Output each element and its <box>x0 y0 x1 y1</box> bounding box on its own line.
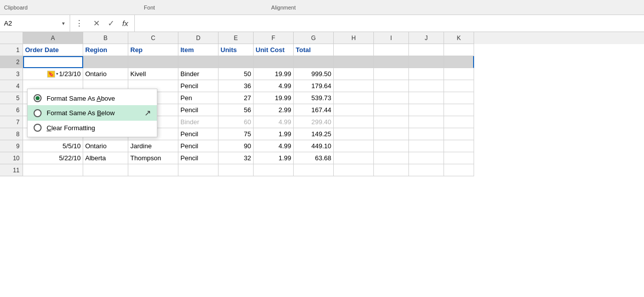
cell-f8[interactable]: 1.99 <box>254 128 294 140</box>
cell-a1[interactable]: Order Date <box>23 44 83 56</box>
cell-i2[interactable] <box>374 56 409 68</box>
name-box-dropdown-icon[interactable]: ▼ <box>61 21 66 26</box>
cell-f7[interactable]: 4.99 <box>254 116 294 128</box>
menu-item-format-same-as-below[interactable]: Format Same As Below ↗ <box>28 105 157 121</box>
cell-k5[interactable] <box>444 92 474 104</box>
cell-i6[interactable] <box>374 104 409 116</box>
cell-j3[interactable] <box>409 68 444 80</box>
cell-a3[interactable]: 🔖 ▾ 1/23/10 <box>23 68 83 80</box>
cell-h10[interactable] <box>334 152 374 164</box>
row-num-9[interactable]: 9 <box>0 140 23 152</box>
cell-a9[interactable]: 5/5/10 <box>23 140 83 152</box>
formula-input[interactable] <box>135 15 644 32</box>
cell-d8[interactable]: Pencil <box>178 128 219 140</box>
cell-d5[interactable]: Pen <box>178 92 219 104</box>
cell-h11[interactable] <box>334 164 374 176</box>
cell-f2[interactable] <box>254 56 294 68</box>
cell-h9[interactable] <box>334 140 374 152</box>
cell-c3[interactable]: Kivell <box>128 68 178 80</box>
cell-j9[interactable] <box>409 140 444 152</box>
col-header-d[interactable]: D <box>178 32 219 44</box>
cell-h3[interactable] <box>334 68 374 80</box>
cell-h1[interactable] <box>334 44 374 56</box>
cell-a2[interactable] <box>23 56 83 68</box>
cell-c9[interactable]: Jardine <box>128 140 178 152</box>
cell-h8[interactable] <box>334 128 374 140</box>
cell-g4[interactable]: 179.64 <box>294 80 334 92</box>
cell-e3[interactable]: 50 <box>219 68 254 80</box>
cell-a11[interactable] <box>23 164 83 176</box>
smart-tag-dropdown-icon[interactable]: ▾ <box>56 72 58 76</box>
row-num-2[interactable]: 2 <box>0 56 23 68</box>
cell-k2[interactable] <box>444 56 474 68</box>
col-header-f[interactable]: F <box>254 32 294 44</box>
cell-j5[interactable] <box>409 92 444 104</box>
col-header-k[interactable]: K <box>444 32 474 44</box>
cell-j6[interactable] <box>409 104 444 116</box>
col-header-c[interactable]: C <box>128 32 178 44</box>
col-header-b[interactable]: B <box>83 32 128 44</box>
cell-k11[interactable] <box>444 164 474 176</box>
cell-k10[interactable] <box>444 152 474 164</box>
cell-g3[interactable]: 999.50 <box>294 68 334 80</box>
cell-b2[interactable] <box>83 56 128 68</box>
cell-j4[interactable] <box>409 80 444 92</box>
cell-f11[interactable] <box>254 164 294 176</box>
cell-e2[interactable] <box>219 56 254 68</box>
cell-k1[interactable] <box>444 44 474 56</box>
cell-k7[interactable] <box>444 116 474 128</box>
cell-h7[interactable] <box>334 116 374 128</box>
cell-d4[interactable]: Pencil <box>178 80 219 92</box>
cell-e10[interactable]: 32 <box>219 152 254 164</box>
cell-f4[interactable]: 4.99 <box>254 80 294 92</box>
menu-item-format-same-as-above[interactable]: Format Same As Above <box>28 91 157 105</box>
cell-h2[interactable] <box>334 56 374 68</box>
cell-d1[interactable]: Item <box>178 44 219 56</box>
cell-k4[interactable] <box>444 80 474 92</box>
cell-f5[interactable]: 19.99 <box>254 92 294 104</box>
cell-g9[interactable]: 449.10 <box>294 140 334 152</box>
row-num-7[interactable]: 7 <box>0 116 23 128</box>
cell-f1[interactable]: Unit Cost <box>254 44 294 56</box>
row-num-8[interactable]: 8 <box>0 128 23 140</box>
cell-k6[interactable] <box>444 104 474 116</box>
cell-k9[interactable] <box>444 140 474 152</box>
cell-d7[interactable]: Binder <box>178 116 219 128</box>
cell-j7[interactable] <box>409 116 444 128</box>
cell-i3[interactable] <box>374 68 409 80</box>
col-header-g[interactable]: G <box>294 32 334 44</box>
cell-g2[interactable] <box>294 56 334 68</box>
cell-b3[interactable]: Ontario <box>83 68 128 80</box>
fx-label[interactable]: fx <box>118 15 135 32</box>
cell-d11[interactable] <box>178 164 219 176</box>
cell-i5[interactable] <box>374 92 409 104</box>
cell-i10[interactable] <box>374 152 409 164</box>
cell-b1[interactable]: Region <box>83 44 128 56</box>
row-num-6[interactable]: 6 <box>0 104 23 116</box>
cell-d10[interactable]: Pencil <box>178 152 219 164</box>
cell-d9[interactable]: Pencil <box>178 140 219 152</box>
cell-g6[interactable]: 167.44 <box>294 104 334 116</box>
cell-i4[interactable] <box>374 80 409 92</box>
cell-k3[interactable] <box>444 68 474 80</box>
cell-j8[interactable] <box>409 128 444 140</box>
cell-d6[interactable]: Pencil <box>178 104 219 116</box>
cell-e9[interactable]: 90 <box>219 140 254 152</box>
cell-e11[interactable] <box>219 164 254 176</box>
cell-f6[interactable]: 2.99 <box>254 104 294 116</box>
col-header-j[interactable]: J <box>409 32 444 44</box>
menu-item-clear-formatting[interactable]: Clear Formatting <box>28 121 157 135</box>
cell-f9[interactable]: 4.99 <box>254 140 294 152</box>
cell-g7[interactable]: 299.40 <box>294 116 334 128</box>
cell-g11[interactable] <box>294 164 334 176</box>
cell-g10[interactable]: 63.68 <box>294 152 334 164</box>
row-num-5[interactable]: 5 <box>0 92 23 104</box>
cell-c11[interactable] <box>128 164 178 176</box>
cancel-button[interactable]: ✕ <box>89 19 104 28</box>
cell-h6[interactable] <box>334 104 374 116</box>
cell-i1[interactable] <box>374 44 409 56</box>
cell-g8[interactable]: 149.25 <box>294 128 334 140</box>
cell-f10[interactable]: 1.99 <box>254 152 294 164</box>
cell-k8[interactable] <box>444 128 474 140</box>
cell-j1[interactable] <box>409 44 444 56</box>
